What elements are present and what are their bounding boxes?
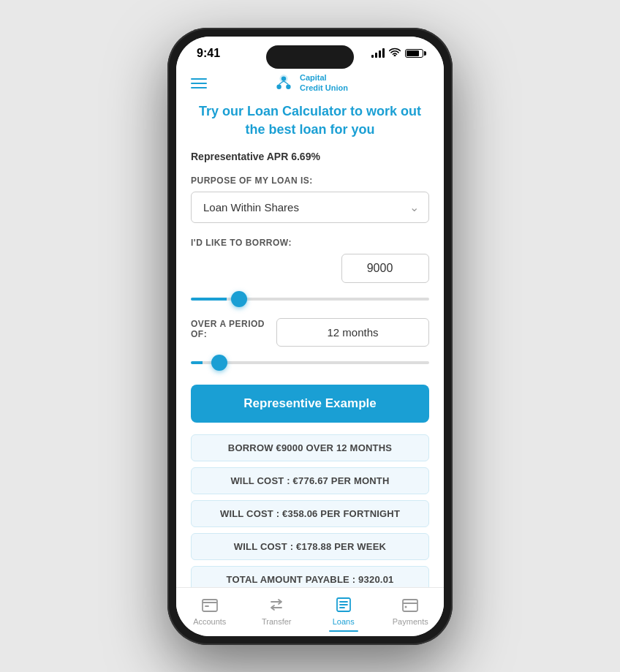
nav-item-accounts[interactable]: Accounts (188, 595, 232, 626)
svg-point-2 (276, 84, 281, 88)
accounts-icon (200, 595, 219, 614)
result-weekly: WILL COST : €178.88 PER WEEK (191, 533, 429, 560)
period-section: OVER A PERIOD OF: (191, 318, 429, 367)
status-icons (371, 48, 423, 58)
loan-type-select[interactable]: Loan Within Shares (191, 192, 429, 223)
representative-example-button[interactable]: Representive Example (191, 385, 429, 423)
nav-active-indicator (329, 630, 358, 632)
period-row: OVER A PERIOD OF: (191, 318, 429, 347)
wifi-icon (389, 48, 401, 58)
borrow-slider[interactable] (191, 298, 429, 301)
svg-rect-6 (403, 600, 417, 611)
phone-screen: 9:41 (176, 37, 444, 636)
nav-item-payments[interactable]: Payments (388, 595, 432, 626)
app-header: Capital Credit Union (176, 66, 444, 102)
signal-icon (371, 49, 385, 58)
hamburger-menu-button[interactable] (191, 78, 207, 88)
status-time: 9:41 (197, 47, 220, 60)
brand-icon (272, 72, 295, 95)
phone-frame: 9:41 (167, 28, 453, 645)
result-fortnight: WILL COST : €358.06 PER FORTNIGHT (191, 500, 429, 527)
borrow-input-row (191, 254, 429, 283)
borrow-section: I'D LIKE TO BORROW: (191, 238, 429, 303)
result-monthly: WILL COST : €776.67 PER MONTH (191, 467, 429, 494)
nav-item-loans[interactable]: Loans (322, 595, 366, 632)
page-title: Try our Loan Calculator to work out the … (191, 102, 429, 139)
purpose-label: PURPOSE OF MY LOAN IS: (191, 175, 429, 186)
payments-icon (401, 595, 420, 614)
period-slider[interactable] (191, 361, 429, 364)
svg-point-7 (405, 605, 407, 608)
dynamic-island (266, 45, 354, 69)
brand-name: Capital Credit Union (300, 73, 348, 92)
nav-label-accounts: Accounts (193, 617, 226, 626)
svg-rect-4 (203, 600, 217, 611)
result-borrow: BORROW €9000 OVER 12 MONTHS (191, 434, 429, 461)
borrow-label: I'D LIKE TO BORROW: (191, 238, 429, 248)
brand-logo: Capital Credit Union (272, 72, 348, 95)
bottom-nav: Accounts Transfer Loans (176, 587, 444, 636)
battery-icon (405, 49, 423, 58)
loan-type-wrapper: Loan Within Shares ⌄ (191, 192, 429, 223)
svg-point-1 (281, 76, 286, 80)
borrow-input[interactable] (341, 254, 429, 283)
nav-label-payments: Payments (393, 617, 428, 626)
main-content: Try our Loan Calculator to work out the … (176, 102, 444, 587)
transfer-icon (267, 595, 286, 614)
period-label: OVER A PERIOD OF: (191, 319, 276, 339)
loans-icon (334, 595, 353, 614)
period-input[interactable] (276, 318, 429, 347)
result-total: TOTAL AMOUNT PAYABLE : 9320.01 (191, 566, 429, 587)
nav-label-loans: Loans (333, 617, 355, 626)
svg-point-3 (286, 84, 290, 88)
nav-label-transfer: Transfer (262, 617, 292, 626)
apr-label: Representative APR 6.69% (191, 151, 429, 162)
nav-item-transfer[interactable]: Transfer (254, 595, 298, 626)
